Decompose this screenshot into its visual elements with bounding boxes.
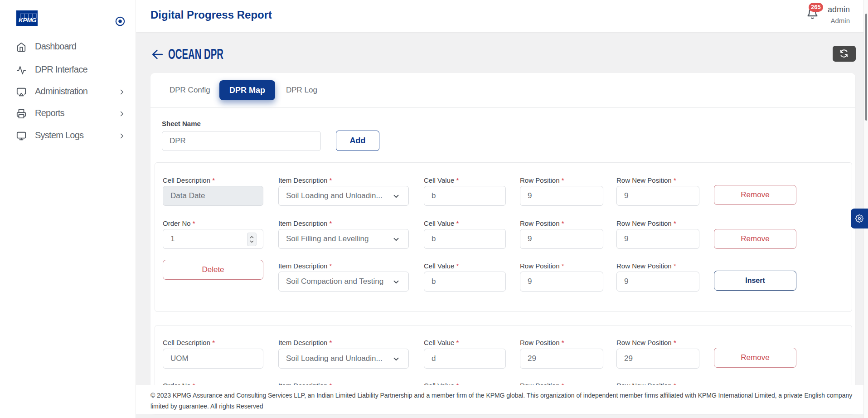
svg-text:KPMG: KPMG <box>19 17 37 24</box>
